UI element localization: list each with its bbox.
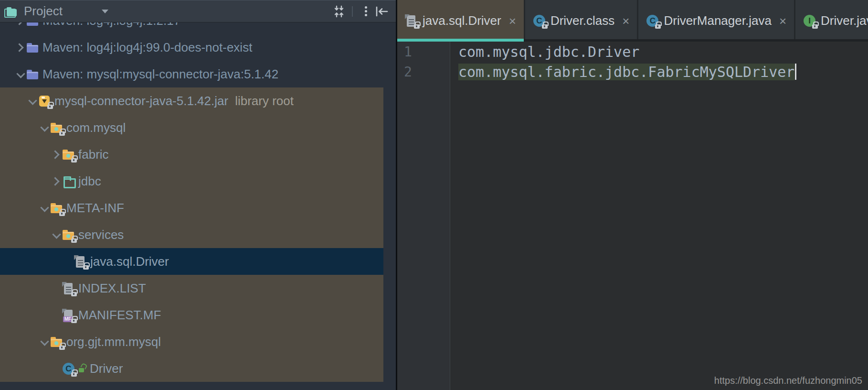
line-number: 2 <box>397 62 450 82</box>
tree-row-label: jdbc <box>78 174 101 189</box>
code-line[interactable]: com.mysql.jdbc.Driver <box>458 42 868 62</box>
editor-tab[interactable]: Driver.class× <box>525 0 639 42</box>
chevron-collapsed-icon[interactable] <box>52 150 61 159</box>
library-root-suffix: library root <box>235 94 294 108</box>
line-number: 1 <box>397 42 450 62</box>
tree-row-label: Maven: mysql:mysql-connector-java:5.1.42 <box>42 67 278 82</box>
chevron-collapsed-icon[interactable] <box>52 176 61 186</box>
tree-row[interactable]: java.sql.Driver <box>0 248 383 275</box>
tree-row-label: java.sql.Driver <box>90 254 169 269</box>
interface-icon <box>803 14 816 27</box>
tab-label: Driver.java <box>821 13 868 28</box>
dropdown-caret-icon[interactable] <box>102 10 108 13</box>
editor-tab[interactable]: java.sql.Driver× <box>397 0 525 42</box>
tree-row[interactable]: Maven: log4j:log4j:99.0-does-not-exist <box>0 34 383 61</box>
package-folder-icon <box>50 202 63 215</box>
tree-row[interactable]: com.mysql <box>0 114 383 141</box>
tree-row-label: org.gjt.mm.mysql <box>66 335 161 349</box>
tree-row[interactable]: jdbc <box>0 168 383 195</box>
editor-tab-bar: java.sql.Driver×Driver.class×DriverManag… <box>397 0 868 42</box>
package-folder-icon <box>62 148 75 161</box>
text-caret <box>795 64 796 80</box>
chevron-collapsed-icon[interactable] <box>16 22 25 25</box>
editor-gutter: 12 <box>397 42 450 390</box>
class-icon <box>646 14 659 27</box>
chevron-spacer <box>64 257 73 266</box>
chevron-expanded-icon[interactable] <box>52 230 61 239</box>
lock-badge-icon <box>71 158 77 162</box>
chevron-expanded-icon[interactable] <box>40 123 49 132</box>
tab-label: DriverManager.java <box>664 13 771 28</box>
tab-close-icon[interactable]: × <box>509 15 516 27</box>
lock-badge-icon <box>59 346 65 350</box>
tree-row[interactable] <box>0 382 383 390</box>
project-folder-icon <box>4 5 18 18</box>
lock-badge-icon <box>47 105 53 109</box>
code-text: com.mysql.fabric.jdbc.FabricMySQLDriver <box>458 64 794 80</box>
more-options-button[interactable] <box>358 3 374 20</box>
editor-body: 12 com.mysql.jdbc.Drivercom.mysql.fabric… <box>397 42 868 390</box>
tree-row-label: MANIFEST.MF <box>78 308 161 323</box>
tree-row[interactable]: fabric <box>0 141 383 168</box>
ide-window: Project <box>0 0 868 390</box>
tree-row[interactable]: Driver <box>0 355 383 382</box>
tree-row-label: Maven: log4j:log4j:99.0-does-not-exist <box>42 40 252 55</box>
text-file-icon <box>405 14 418 27</box>
maven-library-folder-icon <box>26 41 39 54</box>
editor-tab[interactable]: DriverManager.java× <box>638 0 795 42</box>
tree-row-label: Maven: log4j:log4j:1.2.17 <box>42 22 180 28</box>
chevron-spacer <box>52 283 61 293</box>
tree-row[interactable]: META-INF <box>0 195 383 221</box>
chevron-expanded-icon[interactable] <box>40 337 49 347</box>
plain-folder-icon <box>62 175 75 188</box>
code-text: com.mysql.jdbc.Driver <box>458 43 639 60</box>
watermark: https://blog.csdn.net/fuzhongmin05 <box>714 375 862 386</box>
package-folder-icon <box>50 336 63 348</box>
more-options-icon <box>365 6 367 9</box>
tree-row[interactable]: MFMANIFEST.MF <box>0 302 383 328</box>
collapse-all-icon <box>333 5 345 18</box>
public-open-lock-icon <box>78 363 86 374</box>
package-folder-icon <box>50 121 63 134</box>
tree-row[interactable]: Maven: log4j:log4j:1.2.17 <box>0 22 383 34</box>
class-icon <box>62 362 75 375</box>
lock-badge-icon <box>655 24 661 29</box>
tree-row[interactable]: mysql-connector-java-5.1.42.jarlibrary r… <box>0 87 383 114</box>
collapse-all-button[interactable] <box>331 3 347 20</box>
chevron-expanded-icon[interactable] <box>40 203 49 213</box>
lock-badge-icon <box>71 238 77 243</box>
jar-archive-icon <box>38 95 51 108</box>
lock-badge-icon <box>59 131 65 136</box>
package-folder-icon <box>62 228 75 241</box>
chevron-collapsed-icon[interactable] <box>16 43 25 52</box>
tree-row[interactable]: INDEX.LIST <box>0 275 383 302</box>
tab-close-icon[interactable]: × <box>622 15 629 27</box>
code-line[interactable]: com.mysql.fabric.jdbc.FabricMySQLDriver <box>458 62 868 82</box>
chevron-expanded-icon[interactable] <box>16 69 25 79</box>
lock-badge-icon <box>71 372 77 377</box>
tree-row-label: mysql-connector-java-5.1.42.jar <box>54 94 228 108</box>
class-icon <box>533 14 546 27</box>
manifest-file-icon: MF <box>62 309 75 322</box>
tree-row[interactable]: services <box>0 221 383 248</box>
chevron-expanded-icon[interactable] <box>28 96 37 106</box>
tree-row-label: com.mysql <box>66 120 126 135</box>
tree-row[interactable]: Maven: mysql:mysql-connector-java:5.1.42 <box>0 61 383 87</box>
maven-library-folder-icon <box>26 68 39 81</box>
hide-panel-icon <box>375 5 389 18</box>
editor-code-area[interactable]: com.mysql.jdbc.Drivercom.mysql.fabric.jd… <box>450 42 868 390</box>
tree-row-label: services <box>78 228 124 242</box>
tree-row-label: Driver <box>90 361 123 376</box>
lock-badge-icon <box>71 319 77 323</box>
hide-panel-button[interactable] <box>374 3 390 20</box>
project-panel: Project <box>0 0 396 390</box>
tab-close-icon[interactable]: × <box>779 15 786 27</box>
editor-tab[interactable]: Driver.java <box>795 0 868 42</box>
tree-row-label: INDEX.LIST <box>78 281 146 296</box>
text-file-icon <box>62 282 75 295</box>
lock-badge-icon <box>59 212 65 216</box>
tree-row[interactable]: org.gjt.mm.mysql <box>0 328 383 355</box>
chevron-spacer <box>52 310 61 320</box>
lock-badge-icon <box>812 24 818 29</box>
project-header: Project <box>0 0 396 22</box>
